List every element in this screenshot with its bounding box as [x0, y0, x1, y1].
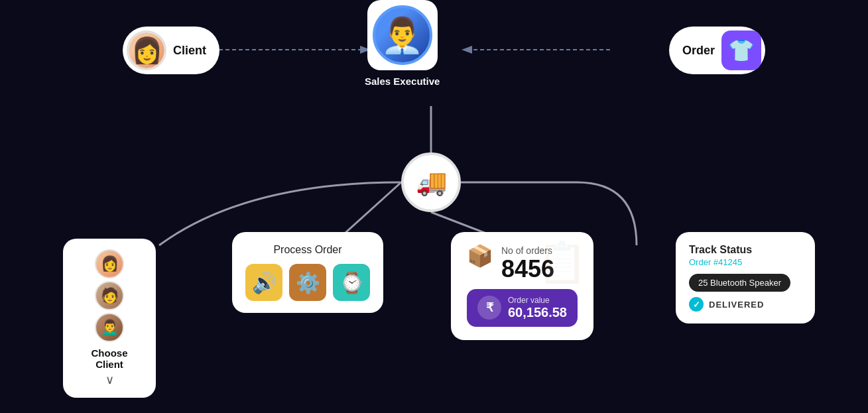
- client-avatar: 👩: [127, 30, 166, 70]
- delivered-check-icon: ✓: [689, 297, 704, 312]
- order-icon: 👕: [721, 30, 761, 70]
- delivery-circle: 🚚: [401, 152, 461, 212]
- order-value-amount: 60,156.58: [508, 305, 567, 320]
- order-label: Order: [682, 44, 715, 58]
- delivered-row: ✓ DELIVERED: [689, 297, 802, 312]
- choose-client-node[interactable]: 👩 🧑 👨‍🦱 ChooseClient ∨: [63, 239, 156, 398]
- chevron-down-icon: ∨: [105, 373, 114, 387]
- diagram-container: 👩 Client 👨‍💼 Sales Executive Order 👕 🚚 👩: [0, 0, 868, 413]
- track-title: Track Status: [689, 244, 802, 256]
- sales-exec-node: 👨‍💼 Sales Executive: [365, 0, 440, 87]
- product-icons: 🔊 ⚙️ ⌚: [245, 264, 370, 301]
- orders-card: 📦 No of orders 8456 📋 ₹ Order value 60,1…: [451, 232, 593, 340]
- track-order-number: Order #41245: [689, 257, 802, 267]
- rupee-icon: ₹: [477, 296, 501, 320]
- client-avatar-1: 👩: [95, 249, 124, 278]
- order-value-pill: ₹ Order value 60,156.58: [467, 289, 578, 327]
- product-helmet-icon: ⚙️: [289, 264, 326, 301]
- client-avatar-2: 🧑: [95, 281, 124, 310]
- client-label: Client: [173, 44, 206, 58]
- client-avatar-3: 👨‍🦱: [95, 313, 124, 342]
- track-product-name: 25 Bluetooth Speaker: [689, 274, 790, 292]
- client-avatar-icon: 👩: [129, 32, 164, 68]
- order-value-info: Order value 60,156.58: [508, 296, 567, 320]
- track-status-node: Track Status Order #41245 25 Bluetooth S…: [676, 232, 815, 324]
- order-node: Order 👕: [669, 27, 765, 74]
- client-node: 👩 Client: [123, 27, 219, 74]
- order-value-label: Order value: [508, 296, 567, 305]
- orders-count: 8456: [501, 256, 554, 282]
- product-speaker-icon: 🔊: [245, 264, 282, 301]
- orders-box-icon: 📦: [467, 245, 493, 266]
- client-avatars-list: 👩 🧑 👨‍🦱: [95, 249, 124, 342]
- orders-label: No of orders: [501, 245, 554, 256]
- product-watch-icon: ⌚: [333, 264, 370, 301]
- orders-header: 📦 No of orders 8456 📋: [467, 245, 578, 282]
- process-order-node: Process Order 🔊 ⚙️ ⌚: [232, 232, 383, 313]
- sales-exec-card: 👨‍💼: [367, 0, 438, 70]
- orders-info: No of orders 8456: [501, 245, 554, 282]
- process-order-title: Process Order: [245, 244, 370, 256]
- choose-client-label: ChooseClient: [91, 347, 127, 370]
- sales-exec-avatar: 👨‍💼: [373, 5, 432, 65]
- sales-exec-label: Sales Executive: [365, 76, 440, 87]
- delivered-text: DELIVERED: [709, 300, 764, 310]
